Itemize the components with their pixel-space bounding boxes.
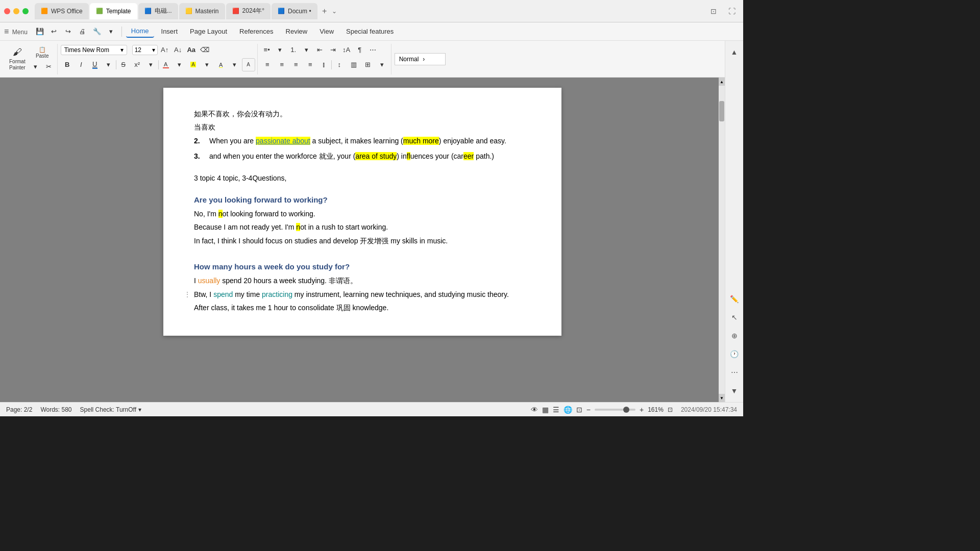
zoom-minus[interactable]: − <box>586 406 591 414</box>
zoom-level[interactable]: 161% <box>648 406 664 413</box>
tab-template[interactable]: 🟩 Template <box>90 3 137 19</box>
font-aa-button[interactable]: Aa <box>185 44 198 56</box>
menu-button[interactable]: ≡ Menu <box>4 27 28 36</box>
underline-button[interactable]: U <box>88 58 102 71</box>
paste-dropdown-button[interactable]: ▾ <box>30 61 42 73</box>
cursor-tool-button[interactable]: ↖ <box>727 310 742 324</box>
menu-home[interactable]: Home <box>126 25 154 38</box>
format-painter-button[interactable]: 🖌 FormatPainter <box>6 46 29 72</box>
list-content-3: and when you enter the workforce 就业, you… <box>209 151 494 162</box>
para-marks-button[interactable]: ¶ <box>354 44 366 56</box>
decrease-indent-button[interactable]: ⇤ <box>314 44 326 56</box>
tab-wps[interactable]: 🟧 WPS Office <box>35 3 89 19</box>
scroll-thumb-v[interactable] <box>719 101 724 121</box>
font-color-dropdown[interactable]: ▾ <box>173 58 186 71</box>
undo-quick-button[interactable]: ↩ <box>48 26 60 38</box>
clear-format-button[interactable]: ⌫ <box>199 44 211 56</box>
border-button[interactable]: ⊞ <box>361 58 375 71</box>
increase-indent-button[interactable]: ⇥ <box>327 44 339 56</box>
text-bg-button[interactable]: A <box>214 58 228 71</box>
paste-button[interactable]: 📋 Paste <box>33 45 52 60</box>
scroll-down-arrow[interactable]: ▼ <box>719 394 725 402</box>
align-justify-button[interactable]: ≡ <box>304 58 317 71</box>
tab-add-button[interactable]: + <box>318 5 331 17</box>
zoom-slider[interactable] <box>595 409 635 411</box>
more-para-button[interactable]: ⋯ <box>367 44 379 56</box>
redo-quick-button[interactable]: ↪ <box>62 26 75 38</box>
minimize-button[interactable] <box>13 8 19 14</box>
bullets-dropdown[interactable]: ▾ <box>274 44 286 56</box>
title-bar: 🟧 WPS Office 🟩 Template 🟦 电磁... 🟨 Master… <box>0 0 743 22</box>
tab-dianshi[interactable]: 🟦 电磁... <box>138 3 178 19</box>
zoom-thumb[interactable] <box>623 407 629 413</box>
menu-references[interactable]: References <box>234 26 278 37</box>
history-button[interactable]: 🕐 <box>727 347 742 361</box>
right-scroll-down[interactable]: ▼ <box>727 384 742 398</box>
bullets-button[interactable]: ≡• <box>261 44 273 56</box>
right-scroll-up[interactable]: ▲ <box>727 45 742 59</box>
spell-check-toggle[interactable]: Spell Check: TurnOff ▾ <box>80 406 142 413</box>
expand-button[interactable]: ⊡ <box>668 406 673 413</box>
font-color-button[interactable]: A <box>159 58 173 71</box>
outline-view-icon[interactable]: ☰ <box>553 406 559 414</box>
align-center-button[interactable]: ≡ <box>275 58 288 71</box>
format-quick-button[interactable]: 🔧 <box>91 26 103 38</box>
year2024-icon: 🟥 <box>232 8 239 14</box>
fullscreen-view-icon[interactable]: ⊡ <box>576 406 582 414</box>
para-handle[interactable]: ⋮⋮ <box>184 289 198 300</box>
highlight-button[interactable]: A <box>187 58 200 71</box>
border-dropdown[interactable]: ▾ <box>376 58 389 71</box>
tab-docum[interactable]: 🟦 Docum • <box>272 3 317 19</box>
font-size-select[interactable]: 12 ▾ <box>132 45 158 55</box>
numbering-button[interactable]: 1. <box>287 44 300 56</box>
close-button[interactable] <box>4 8 10 14</box>
shapes-button[interactable]: ⊕ <box>727 329 742 343</box>
fullscreen-button[interactable]: ⛶ <box>725 4 739 18</box>
tile-button[interactable]: ⊡ <box>706 4 721 18</box>
menu-special[interactable]: Special features <box>341 26 399 37</box>
scroll-up-arrow[interactable]: ▲ <box>719 78 725 86</box>
dropdown-more-button[interactable]: ▾ <box>105 26 117 38</box>
text-bg-dropdown[interactable]: ▾ <box>228 58 241 71</box>
menu-view[interactable]: View <box>314 26 339 37</box>
decrease-font-button[interactable]: A↓ <box>172 44 184 56</box>
view-icon[interactable]: 👁 <box>531 406 538 414</box>
maximize-button[interactable] <box>22 8 29 14</box>
inline-code-button[interactable]: A <box>242 58 255 71</box>
highlight-dropdown[interactable]: ▾ <box>201 58 214 71</box>
format-brush-button[interactable]: ✂ <box>43 61 55 73</box>
more-tools-button[interactable]: ⋯ <box>727 365 742 380</box>
tab-chevron[interactable]: ⌄ <box>332 8 337 15</box>
font-size-chevron: ▾ <box>152 46 155 54</box>
line-spacing-button[interactable]: ↕ <box>333 58 346 71</box>
page-view-icon[interactable]: ▦ <box>542 406 549 414</box>
align-right-button[interactable]: ≡ <box>289 58 303 71</box>
font-name-select[interactable]: Times New Rom ▾ <box>61 45 127 55</box>
sort-button[interactable]: ↕A <box>340 44 353 56</box>
underline-dropdown[interactable]: ▾ <box>102 58 115 71</box>
tab-2024[interactable]: 🟥 2024年° <box>226 3 271 19</box>
tab-mastering[interactable]: 🟨 Masterin <box>179 3 225 19</box>
menu-page-layout[interactable]: Page Layout <box>185 26 232 37</box>
superscript-button[interactable]: x² <box>131 58 144 71</box>
spacer2 <box>194 190 531 194</box>
zoom-plus[interactable]: + <box>640 406 644 414</box>
column-button[interactable]: ⫿ <box>318 59 330 71</box>
font-color-bar <box>163 67 169 68</box>
save-quick-button[interactable]: 💾 <box>34 26 46 38</box>
bold-button[interactable]: B <box>61 58 74 71</box>
style-select[interactable]: Normal › <box>395 53 446 65</box>
web-view-icon[interactable]: 🌐 <box>564 406 572 414</box>
print-quick-button[interactable]: 🖨 <box>77 26 89 38</box>
pen-tool-button[interactable]: ✏️ <box>727 292 742 306</box>
numbering-dropdown[interactable]: ▾ <box>301 44 313 56</box>
increase-font-button[interactable]: A↑ <box>159 44 171 56</box>
align-left-button[interactable]: ≡ <box>261 58 274 71</box>
menu-review[interactable]: Review <box>281 26 313 37</box>
superscript-dropdown[interactable]: ▾ <box>144 58 158 71</box>
menu-insert[interactable]: Insert <box>156 26 183 37</box>
eer-highlight: eer <box>463 152 474 160</box>
italic-button[interactable]: I <box>75 58 88 71</box>
shading-button[interactable]: ▥ <box>347 58 360 71</box>
strikethrough-button[interactable]: S <box>117 58 130 71</box>
